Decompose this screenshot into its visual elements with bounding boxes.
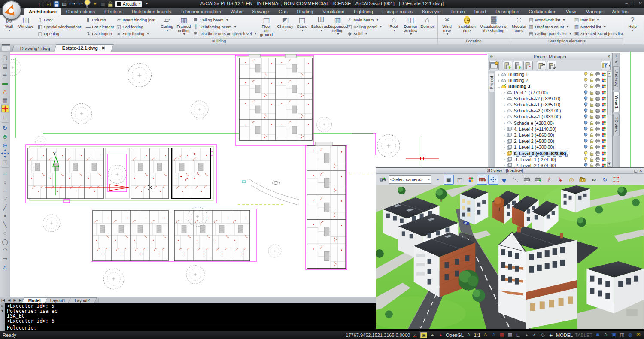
menu-tab-heating[interactable]: Heating [292,8,318,15]
wall-display-button[interactable] [477,175,487,185]
render-colors-button[interactable] [466,175,476,185]
menu-tab-constructions[interactable]: Constructions [61,8,100,15]
opengl-label[interactable]: OpenGL [446,333,464,338]
tree-item-roof-1-770-00[interactable]: ›Roof 1 (+770.00) [495,90,612,96]
minimize-icon[interactable]: ‒ [626,1,628,6]
print-icon[interactable] [595,157,601,162]
color-palette-icon[interactable] [601,108,607,113]
scale-person-icon[interactable]: ♙ [466,332,472,338]
save-file-icon[interactable] [53,1,60,7]
mail-icon[interactable]: ✉ [635,332,641,338]
walk-button[interactable]: ⋱ [510,175,521,185]
add-camera-button[interactable]: + [377,175,388,185]
menu-tab-escape-routes[interactable]: Escape routes [378,8,417,15]
menu-tab-telecommunication[interactable]: Telecommunication [176,8,225,15]
dimension-vertical-icon[interactable]: ↕ [1,177,9,186]
plot-icon[interactable]: ▤ [61,1,67,7]
zoom-in-icon[interactable]: ⊕ [1,132,9,141]
chevron-right-icon[interactable]: › [502,145,507,150]
print-icon[interactable] [595,133,601,138]
zoom-extents-icon[interactable]: ⊛ [1,141,9,149]
add-view-icon[interactable]: + [613,53,620,59]
move-level-up-button[interactable] [537,61,546,70]
tree-item-schade-b-l-2-839-00[interactable]: ›Schade-b-l-2 (+839.00) [495,96,612,102]
ortho-icon[interactable]: ◔ [523,332,529,338]
filter-button[interactable]: ▾ [601,61,611,70]
view-3d-icon[interactable]: ◳ [1,158,9,166]
ribbon-button-roof[interactable]: ⌂Roof▼ [386,15,402,32]
text-style-icon[interactable]: A [1,87,9,96]
ribbon-button-insert-binding-joist[interactable]: ▱Insert binding joist [115,16,156,23]
origin-icon[interactable] [1,104,9,113]
close-view3d-icon[interactable]: ✕ [639,169,642,173]
visibility-bulb-icon[interactable] [583,139,589,144]
print-icon[interactable] [595,102,601,107]
lock-icon[interactable] [589,157,595,162]
color-palette-icon[interactable] [601,78,607,83]
snap-point-icon[interactable]: + [437,332,444,338]
print-icon[interactable] [595,163,601,167]
ribbon-button-main-beam[interactable]: ∠Main beam▼ [346,16,383,23]
zoom-camera-button[interactable]: ◎ [566,175,577,185]
refresh-icon[interactable]: ↻ [1,124,9,132]
view-tab-underlay[interactable]: Underlay [613,66,620,90]
layers-icon[interactable]: ◫ [619,332,625,338]
visibility-bulb-icon[interactable] [583,163,589,167]
segment-icon[interactable]: ╲ [1,220,9,229]
lock-icon[interactable] [589,133,595,138]
visibility-bulb-icon[interactable] [583,102,589,107]
menu-tab-surveyor[interactable]: Surveyor [417,8,446,15]
visibility-bulb-icon[interactable] [583,96,589,101]
layer-bulb-icon[interactable] [84,1,91,7]
tree-item-0-level-0-0-00-823-88[interactable]: ›0. Level 0 (±0.00=823.88) [495,150,612,156]
color-palette-icon[interactable] [601,163,607,167]
chevron-right-icon[interactable]: › [502,115,507,119]
lock-icon[interactable] [589,121,595,126]
move-level-down-button[interactable] [547,61,556,70]
chevron-right-icon[interactable]: › [496,78,501,83]
close-view-icon[interactable]: × [613,59,620,65]
tree-item-schade-b-l-1-835-00[interactable]: ›Schade-b-l-1 (+835.00) [495,102,612,108]
building-cluster-top[interactable] [239,54,312,140]
text-icon[interactable]: A [1,263,9,272]
lock-icon[interactable] [589,78,595,83]
ribbon-button-ceiling-beam[interactable]: ≣Ceiling beam▼ [192,16,258,23]
ribbon-button-material-list[interactable]: ▥Material list▼ [573,23,623,30]
ellipse-icon[interactable]: ◯ [1,237,9,246]
tree-item-1-level-1-300-00[interactable]: ›1. Level 1 (+300.00) [495,144,612,150]
walk-mode-icon[interactable]: ♙ [483,332,489,338]
ribbon-button-special-window-door[interactable]: ◧Special window/door [36,23,82,30]
print-icon[interactable] [595,114,601,119]
ribbon-button-wind-rose[interactable]: ✶Wind rose▼ [439,15,455,36]
lock-icon[interactable] [589,114,595,119]
chevron-right-icon[interactable]: › [502,151,507,156]
ribbon-button-f3d-import[interactable]: ↴F3D import [85,30,115,37]
ribbon-button-woodwork-list[interactable]: ▤Woodwork list▼ [528,16,573,23]
ribbon-button-ceiling[interactable]: ▱Ceiling▼ [159,15,175,32]
lock-icon[interactable] [589,127,595,132]
properties-list-icon[interactable]: ≣ [1,70,9,79]
person-settings-icon[interactable]: ♙ [491,332,497,338]
menu-tab-add-ins[interactable]: Add-Ins [608,8,633,15]
project-side-tab[interactable]: Project [488,71,495,167]
menu-tab-view[interactable]: View [561,8,581,15]
visibility-bulb-icon[interactable] [583,121,589,126]
menu-tab-collaboration[interactable]: Collaboration [524,8,561,15]
menu-tab-ventilation[interactable]: Ventilation [318,8,349,15]
chevron-right-icon[interactable]: › [502,96,507,101]
print-icon[interactable] [595,145,601,150]
ribbon-button-dormer[interactable]: ⌂Dormer [419,15,435,29]
building-row-lower[interactable] [93,210,250,261]
close-tab-icon[interactable]: ✕ [101,45,105,51]
ribbon-button-solid[interactable]: ◆Solid▼ [346,30,383,37]
new-file-icon[interactable]: ▢ [38,1,44,7]
view-tab-view-1[interactable]: View 1 [613,92,620,112]
document-tab-drawing1-dwg[interactable]: Drawing1.dwg [12,45,58,52]
visibility-bulb-icon[interactable] [583,90,589,95]
menu-tab-water[interactable]: Water [226,8,248,15]
camera-select[interactable]: <Select camera>▾ [389,175,431,184]
open-file-icon[interactable]: ◰ [46,1,52,7]
pan-view-button[interactable] [488,175,498,185]
menu-tab-description[interactable]: Description [491,8,524,15]
undo-button[interactable]: ↶▾ [69,1,75,7]
